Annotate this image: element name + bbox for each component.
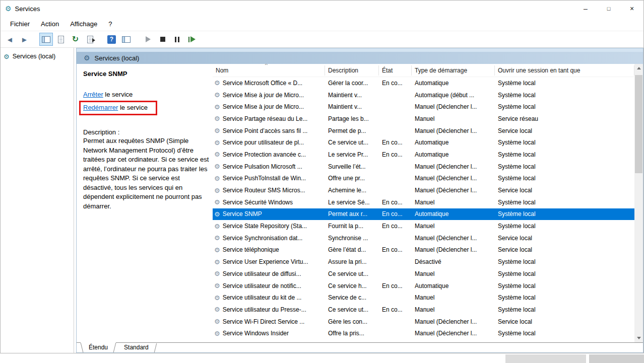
table-row[interactable]: ⚙ Service Mise à jour de Micro... Mainti…: [213, 101, 634, 113]
table-row[interactable]: ⚙ Service Synchronisation dat... Synchro…: [213, 232, 634, 244]
cell-name-text: Service Point d’accès sans fil ...: [223, 127, 308, 134]
table-row[interactable]: ⚙ Service Microsoft Office « D... Gérer …: [213, 77, 634, 89]
cell-startup: Manuel (Déclencher l...: [412, 187, 495, 194]
cell-name: ⚙ Service State Repository (Sta...: [213, 223, 325, 230]
cell-startup: Automatique: [412, 80, 495, 87]
scrollbar-up-button[interactable]: [634, 64, 643, 72]
service-gear-icon: ⚙: [214, 235, 220, 241]
table-row[interactable]: ⚙ Service Sécurité Windows Le service Sé…: [213, 196, 634, 208]
close-icon: ×: [630, 5, 634, 13]
cell-state: En co...: [379, 199, 412, 206]
table-row[interactable]: ⚙ Service téléphonique Gère l’état d... …: [213, 244, 634, 256]
restart-service-button[interactable]: [185, 33, 199, 46]
cell-startup: Manuel (Déclencher l...: [412, 330, 495, 337]
table-row[interactable]: ⚙ Service PushToInstall de Win... Offre …: [213, 173, 634, 185]
back-button[interactable]: ◄: [3, 33, 17, 46]
table-row[interactable]: ⚙ Service Mise à jour de Micro... Mainti…: [213, 89, 634, 101]
cell-startup: Manuel (Déclencher l...: [412, 163, 495, 170]
forward-button[interactable]: ►: [18, 33, 31, 46]
pause-service-icon: [174, 37, 180, 42]
menu-help[interactable]: ?: [103, 18, 117, 30]
cell-name-text: Service Windows Insider: [223, 330, 289, 337]
description-label: Description :: [83, 128, 206, 136]
cell-name: ⚙ Service Microsoft Office « D...: [213, 80, 325, 87]
cell-name: ⚙ Service PushToInstall de Win...: [213, 175, 325, 182]
column-header-etat[interactable]: État: [379, 65, 412, 76]
minimize-button[interactable]: –: [574, 1, 597, 17]
table-row[interactable]: ⚙ Service Pulsation Microsoft ... Survei…: [213, 161, 634, 173]
restart-service-link[interactable]: Redémarrer: [83, 104, 118, 111]
scrollbar-down-button[interactable]: [634, 334, 643, 342]
cell-logon: Système local: [495, 92, 634, 99]
close-button[interactable]: ×: [620, 1, 643, 17]
cell-logon: Système local: [495, 223, 634, 230]
table-row[interactable]: ⚙ Service utilisateur de notific... Ce s…: [213, 280, 634, 292]
cell-name-text: Service State Repository (Sta...: [223, 223, 307, 230]
service-gear-icon: ⚙: [214, 127, 220, 134]
cell-state: En co...: [379, 210, 412, 217]
maximize-button[interactable]: □: [597, 1, 620, 17]
table-row[interactable]: ⚙ Service User Experience Virtu... Assur…: [213, 256, 634, 268]
table-row[interactable]: ⚙ Service Wi-Fi Direct Service ... Gère …: [213, 316, 634, 328]
service-gear-icon: ⚙: [214, 115, 220, 122]
tab-etendu[interactable]: Étendu: [81, 342, 116, 352]
start-service-button[interactable]: [141, 33, 155, 46]
cell-startup: Manuel (Déclencher l...: [412, 103, 495, 110]
extended-view-button[interactable]: [119, 33, 133, 46]
cell-state: En co...: [379, 151, 412, 158]
cell-name: ⚙ Service Protection avancée c...: [213, 151, 325, 158]
main-header-gear-icon: ⚙: [84, 54, 90, 61]
stop-service-icon: [160, 37, 165, 42]
tree-item-label: Services (local): [13, 53, 55, 60]
table-row[interactable]: ⚙ Service utilisateur du kit de ... Serv…: [213, 292, 634, 304]
properties-button[interactable]: [54, 33, 68, 46]
refresh-button[interactable]: ↻: [69, 33, 82, 46]
service-gear-icon: ⚙: [214, 295, 220, 301]
cell-startup: Automatique (début ...: [412, 92, 495, 99]
service-gear-icon: ⚙: [214, 175, 220, 182]
cell-name-text: Service Wi-Fi Direct Service ...: [223, 318, 305, 325]
menu-affichage[interactable]: Affichage: [65, 18, 103, 30]
cell-logon: Service local: [495, 246, 634, 253]
table-row[interactable]: ⚙ Service Partage réseau du Le... Partag…: [213, 113, 634, 125]
column-header-type-demarrage[interactable]: Type de démarrage: [412, 65, 495, 76]
pause-service-button[interactable]: [170, 33, 184, 46]
cell-startup: Manuel (Déclencher l...: [412, 235, 495, 242]
table-row[interactable]: ⚙ Service SNMP Permet aux r... En co... …: [213, 208, 634, 221]
column-header-session[interactable]: Ouvrir une session en tant que: [495, 65, 634, 76]
column-header-nom-label: Nom: [216, 67, 228, 74]
tree-item-services-local[interactable]: ⚙ Services (local): [1, 48, 74, 63]
table-row[interactable]: ⚙ Service utilisateur de diffusi... Ce s…: [213, 268, 634, 280]
cell-logon: Système local: [495, 151, 634, 158]
table-row[interactable]: ⚙ Service pour utilisateur de pl... Ce s…: [213, 136, 634, 149]
cell-description: Offre une pr...: [325, 175, 379, 182]
column-header-description[interactable]: Description: [325, 65, 379, 76]
table-row[interactable]: ⚙ Service utilisateur du Presse-... Ce s…: [213, 304, 634, 316]
help-button[interactable]: ?: [105, 33, 118, 46]
stop-service-button[interactable]: [156, 33, 169, 46]
service-gear-icon: ⚙: [214, 270, 220, 277]
table-row[interactable]: ⚙ Service Protection avancée c... Le ser…: [213, 149, 634, 161]
main-header-title: Services (local): [95, 54, 140, 62]
table-row[interactable]: ⚙ Service State Repository (Sta... Fourn…: [213, 220, 634, 232]
show-console-tree-button[interactable]: [39, 33, 53, 46]
service-table-body: ⚙ Service Microsoft Office « D... Gérer …: [213, 77, 634, 342]
taskbar-fragment: [505, 354, 586, 363]
cell-name: ⚙ Service Synchronisation dat...: [213, 235, 325, 242]
menu-fichier[interactable]: Fichier: [5, 18, 35, 30]
cell-name: ⚙ Service utilisateur de notific...: [213, 282, 325, 289]
stop-service-link[interactable]: Arrêter: [83, 91, 103, 98]
export-list-button[interactable]: [83, 33, 97, 46]
vertical-scrollbar[interactable]: [634, 64, 643, 342]
cell-logon: Système local: [495, 103, 634, 110]
table-row[interactable]: ⚙ Service Point d’accès sans fil ... Per…: [213, 125, 634, 137]
tab-standard[interactable]: Standard: [116, 343, 157, 352]
scrollbar-thumb[interactable]: [635, 75, 642, 173]
cell-name-text: Service utilisateur de diffusi...: [223, 270, 301, 277]
cell-name: ⚙ Service téléphonique: [213, 246, 325, 253]
table-row[interactable]: ⚙ Service Windows Insider Offre la pris.…: [213, 327, 634, 339]
table-row[interactable]: ⚙ Service Routeur SMS Micros... Achemine…: [213, 184, 634, 196]
cell-state: En co...: [379, 80, 412, 87]
menu-action[interactable]: Action: [35, 18, 65, 30]
column-header-nom[interactable]: Nom: [213, 65, 325, 76]
